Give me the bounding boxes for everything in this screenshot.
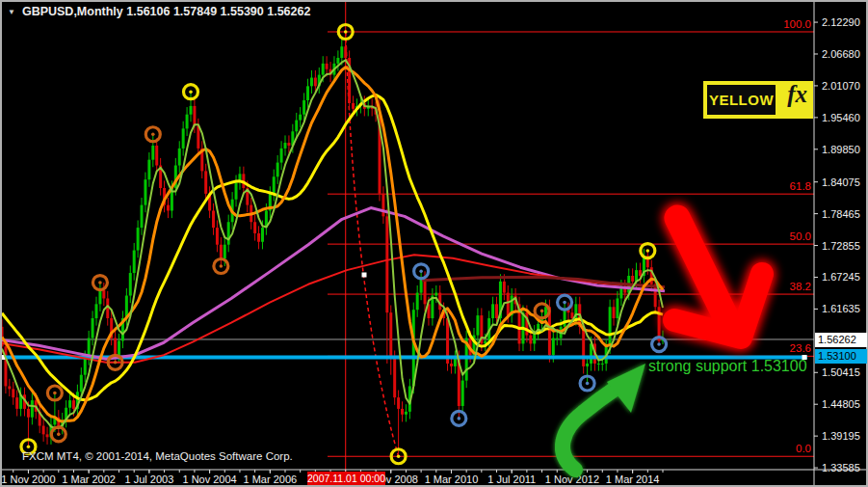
candle-body <box>556 338 559 339</box>
candle-body <box>80 375 83 392</box>
candle-body <box>167 205 170 211</box>
green-arrow-shaft <box>563 388 617 470</box>
candle-body <box>631 276 634 282</box>
orange-swing-marker-dot <box>540 310 544 313</box>
candle-body <box>476 315 479 336</box>
fib-level-label: 0.0 <box>796 443 811 454</box>
candle-body <box>507 293 510 315</box>
time-axis-label[interactable]: 1 Mar 2014 <box>606 473 660 485</box>
yellow-swing-marker-dot <box>189 90 193 94</box>
candle-body <box>68 400 71 408</box>
candle-body <box>178 149 181 166</box>
support-note: strong support 1.53100 <box>648 358 807 375</box>
candle-body <box>495 304 498 318</box>
support-price-tag: 1.53100 <box>815 349 867 364</box>
red-down-arrow <box>674 218 762 338</box>
logo-text: YELLOW <box>707 85 776 115</box>
candle-body <box>491 304 494 318</box>
copyright-text: FXCM MT4, © 2001-2014, MetaQuotes Softwa… <box>22 450 293 462</box>
candle-body <box>389 312 392 358</box>
orange-swing-marker-dot <box>220 264 224 268</box>
orange-swing-marker-dot <box>53 392 57 395</box>
candle-body <box>106 298 109 318</box>
price-axis-label[interactable]: 2.01070 <box>822 80 860 92</box>
fib-level-label: 23.6 <box>790 342 811 354</box>
candle-body <box>257 233 260 242</box>
candle-body <box>193 106 196 126</box>
yellow-swing-marker-dot <box>646 249 650 253</box>
candle-body <box>280 149 283 163</box>
time-axis-label[interactable]: 1 Mar 2006 <box>243 473 297 485</box>
candle-body <box>503 282 506 293</box>
price-axis-label[interactable]: 1.44805 <box>822 398 860 410</box>
time-axis-label[interactable]: 1 Mar 2010 <box>425 473 479 485</box>
yellow-swing-marker-dot <box>27 445 31 448</box>
logo-fx-text: fx <box>787 81 807 108</box>
price-axis-label[interactable]: 1.89850 <box>822 144 860 155</box>
candle-body <box>27 409 30 418</box>
candle-body <box>299 115 302 121</box>
window-border <box>1 1 867 486</box>
candle-body <box>227 222 230 244</box>
price-axis-label[interactable]: 1.95460 <box>822 112 860 123</box>
price-axis-label[interactable]: 1.39195 <box>822 430 860 442</box>
price-axis-label[interactable]: 1.84075 <box>822 176 860 188</box>
candle-body <box>15 397 18 409</box>
candle-body <box>95 304 98 318</box>
price-axis-label[interactable]: 1.33585 <box>822 462 860 473</box>
price-axis-label[interactable]: 2.12290 <box>822 16 860 28</box>
orange-swing-marker-dot <box>151 132 155 136</box>
candle-body <box>322 64 325 75</box>
candle-body <box>302 100 305 115</box>
candle-body <box>352 103 355 109</box>
blue-swing-marker-dot <box>419 269 423 273</box>
candle-body <box>144 179 146 204</box>
time-axis-label[interactable]: 1 Nov 2004 <box>182 473 236 485</box>
candle-body <box>216 228 219 245</box>
candle-body <box>609 307 612 346</box>
candle-body <box>601 364 604 365</box>
price-axis-label[interactable]: 2.06680 <box>822 48 860 60</box>
candle-body <box>529 336 532 344</box>
price-chart[interactable]: 100.061.850.038.223.60.0 2.122902.066802… <box>0 0 868 487</box>
candle-body <box>310 78 313 87</box>
candle-body <box>190 106 193 115</box>
candle-body <box>8 386 11 389</box>
candle-body <box>582 327 585 366</box>
yellowfx-logo: YELLOW fx <box>703 81 813 119</box>
price-axis-label[interactable]: 1.72855 <box>822 240 860 252</box>
line-handle[interactable] <box>362 273 367 278</box>
fib-level-label: 100.0 <box>783 18 811 30</box>
candle-body <box>326 64 329 69</box>
orange-swing-marker-dot <box>114 361 118 365</box>
price-axis-label[interactable]: 1.78465 <box>822 208 860 220</box>
time-axis-label[interactable]: 1 Mar 2002 <box>62 473 116 485</box>
candle-body <box>12 389 14 397</box>
candle-body <box>129 273 132 295</box>
candle-body <box>147 160 150 180</box>
price-axis-label[interactable]: 1.61635 <box>822 303 860 314</box>
fib-level-label: 50.0 <box>790 230 811 242</box>
candle-body <box>639 270 642 276</box>
price-axis-label[interactable]: 1.50415 <box>822 366 860 378</box>
candle-body <box>385 216 388 312</box>
candle-body <box>336 58 339 64</box>
candle-body <box>235 182 238 200</box>
candle-body <box>151 146 154 160</box>
price-axis-label[interactable]: 1.67245 <box>822 271 860 283</box>
time-axis-label[interactable]: 1 Jul 2003 <box>124 473 173 485</box>
candle-body <box>42 426 45 435</box>
candle-body <box>552 338 555 356</box>
green-up-arrow <box>563 364 645 470</box>
candle-body <box>4 346 7 386</box>
candle-body <box>306 86 309 100</box>
fib-level-label: 61.8 <box>790 180 811 192</box>
time-axis-label[interactable]: 1 Nov 2000 <box>1 473 55 485</box>
candle-body <box>434 293 437 296</box>
symbol-dropdown-icon[interactable]: ▼ <box>8 8 15 16</box>
time-axis-label[interactable]: 1 Jul 2011 <box>487 473 536 485</box>
candle-body <box>393 358 396 397</box>
candle-body <box>84 358 87 375</box>
candle-body <box>397 397 400 409</box>
candle-body <box>137 228 140 250</box>
